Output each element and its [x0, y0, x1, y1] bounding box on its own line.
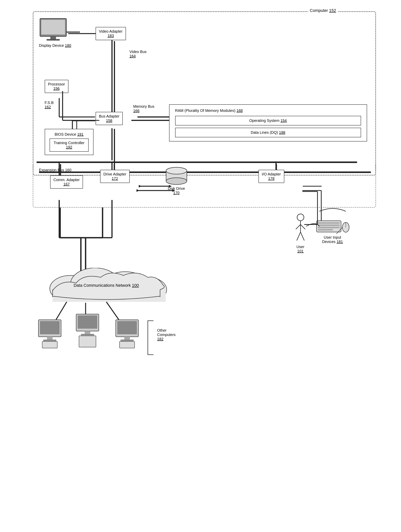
disk-drive-area: Disk Drive170: [165, 167, 188, 195]
svg-line-78: [106, 302, 119, 321]
computer-icon-2: [74, 313, 101, 349]
ram-box: RAM (Plurality Of Memory Modules) 168 Op…: [169, 104, 367, 141]
svg-rect-88: [79, 336, 96, 347]
svg-rect-82: [43, 340, 56, 341]
fsb-label: F.S.B162: [45, 101, 54, 109]
diagram-container: Computer 152 Display Device 180 Video: [21, 7, 380, 517]
svg-rect-85: [78, 316, 97, 329]
user-icon: [293, 213, 308, 243]
io-adapter-box: I/O Adapter178: [258, 170, 284, 183]
disk-drive-icon: [165, 167, 188, 186]
monitor-icon: [39, 18, 67, 42]
svg-line-52: [301, 224, 305, 229]
svg-rect-92: [120, 340, 134, 341]
other-computers-label: OtherComputers182: [157, 328, 176, 341]
svg-rect-59: [318, 229, 333, 231]
drive-adapter-box: Drive Adapter172: [100, 170, 130, 183]
svg-point-49: [297, 214, 304, 221]
desktop-computer-icon-1: [37, 319, 63, 349]
training-controller-box: Training Controller192: [50, 139, 89, 152]
svg-rect-28: [47, 39, 60, 41]
comm-adapter-box: Comm. Adapter167: [50, 175, 83, 189]
keyboard-mouse-icon: [316, 215, 350, 234]
video-bus-label: Video Bus164: [130, 50, 147, 58]
svg-rect-57: [318, 224, 340, 226]
video-adapter-box: Video Adapter183: [96, 27, 126, 40]
desktop-computer-icon-2: [74, 313, 101, 349]
data-lines-box: Data Lines (DQ) 198: [175, 128, 361, 137]
svg-rect-80: [40, 321, 60, 334]
desktop-computer-icon-3: [114, 319, 140, 349]
svg-rect-93: [119, 342, 135, 348]
svg-point-47: [166, 178, 187, 184]
svg-line-54: [301, 232, 304, 241]
computer-label: Computer 152: [308, 8, 338, 13]
bracket-shape: [146, 319, 155, 357]
computer-dashed-box: Computer 152 Display Device 180 Video: [33, 11, 376, 175]
svg-line-53: [297, 232, 301, 241]
bracket-icon: [146, 319, 155, 357]
svg-rect-83: [42, 342, 57, 348]
svg-rect-73: [53, 290, 166, 302]
network-label: Data Communications Network 100: [74, 283, 139, 288]
svg-rect-81: [47, 337, 53, 340]
user-input-devices-label: User InputDevices 181: [316, 235, 350, 244]
computer-icon-1: [37, 319, 63, 349]
disk-drive-label: Disk Drive170: [165, 186, 188, 195]
svg-rect-25: [41, 20, 65, 35]
bus-adapter-box: Bus Adapter158: [96, 112, 123, 125]
display-device-area: Display Device 180: [39, 18, 71, 48]
svg-rect-86: [85, 331, 90, 334]
memory-bus-label: Memory Bus166: [133, 104, 154, 113]
svg-rect-27: [50, 36, 56, 39]
bios-device-box: BIOS Device 191 Training Controller192: [45, 129, 94, 155]
computer-icon-3: [114, 319, 140, 349]
user-label: User101: [293, 245, 308, 253]
user-input-devices-area: User InputDevices 181: [316, 215, 350, 244]
network-cloud-area: Data Communications Network 100: [40, 268, 172, 302]
operating-system-box: Operating System 154: [175, 116, 361, 126]
svg-rect-58: [318, 227, 340, 228]
svg-line-76: [56, 302, 67, 321]
svg-rect-91: [124, 337, 130, 340]
user-area: User101: [293, 213, 308, 253]
svg-point-48: [166, 167, 187, 174]
svg-rect-87: [81, 334, 94, 336]
svg-rect-90: [117, 321, 137, 334]
svg-rect-56: [318, 222, 340, 224]
svg-line-51: [296, 224, 301, 229]
ram-label: RAM (Plurality Of Memory Modules) 168: [175, 108, 361, 113]
svg-marker-42: [139, 185, 142, 188]
processor-box: Processor156: [45, 80, 69, 93]
expansion-bus-area: Comm. Adapter167 Drive Adapter172 Disk D…: [33, 164, 376, 208]
display-device-label: Display Device 180: [39, 43, 71, 48]
